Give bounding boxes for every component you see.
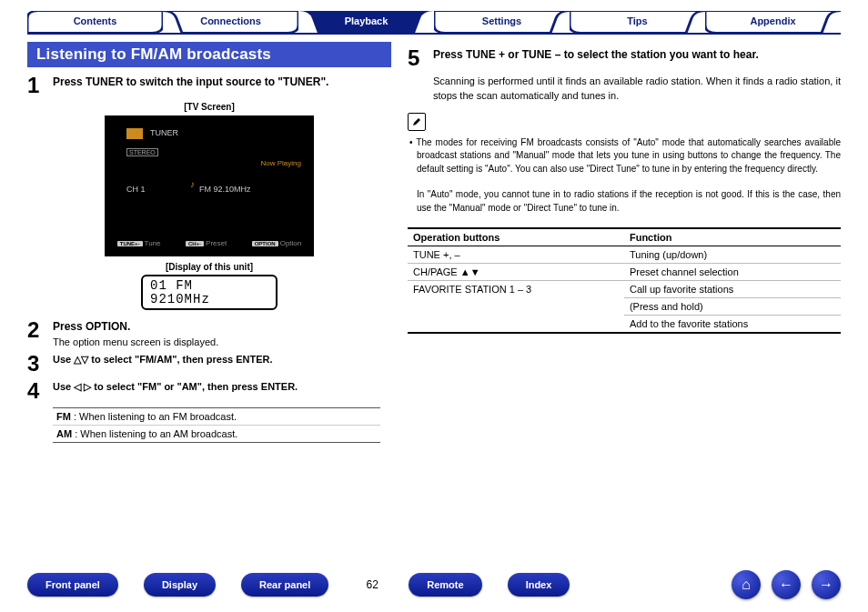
front-panel-button[interactable]: Front panel (27, 573, 118, 597)
top-nav: Contents Connections Playback Settings T… (27, 11, 841, 35)
tab-appendix[interactable]: Appendix (705, 11, 841, 33)
step-number: 1 (27, 75, 44, 96)
tv-foot-option: OPTIONOption (252, 239, 302, 247)
step-number: 4 (27, 380, 44, 402)
step-number: 5 (408, 47, 424, 69)
lcd-line2: 9210MHz (150, 293, 268, 306)
tv-screen-preview: TUNER STEREO Now Playing CH 1 ♪ FM 92.10… (105, 115, 314, 256)
opt-cell: (Press and hold) (624, 298, 841, 316)
step-title: Press TUNE + or TUNE – to select the sta… (433, 47, 841, 63)
opt-header-function: Function (624, 228, 841, 246)
display-button[interactable]: Display (144, 573, 216, 597)
tab-label: Appendix (750, 15, 795, 26)
opt-cell: Add to the favorite stations (624, 316, 841, 334)
step-title: Press OPTION. (53, 319, 391, 335)
index-button[interactable]: Index (508, 573, 570, 597)
footer-bar: Front panel Display Rear panel 62 Remote… (27, 570, 841, 599)
tab-connections[interactable]: Connections (163, 11, 298, 33)
step-title: Use ◁ ▷ to select "FM" or "AM", then pre… (53, 380, 391, 394)
opt-header-buttons: Operation buttons (408, 228, 624, 246)
tuner-icon (126, 128, 143, 139)
tab-settings[interactable]: Settings (434, 11, 570, 33)
prev-page-icon[interactable]: ← (772, 570, 801, 599)
tab-tips[interactable]: Tips (570, 11, 705, 33)
tab-label: Tips (627, 15, 647, 26)
opt-cell: CH/PAGE ▲▼ (408, 264, 624, 281)
step-1: 1 Press TUNER to switch the input source… (27, 75, 391, 96)
home-icon[interactable]: ⌂ (732, 570, 761, 599)
tv-frequency: FM 92.10MHz (199, 185, 251, 194)
operation-table: Operation buttonsFunction TUNE +, –Tunin… (408, 227, 841, 334)
next-page-icon[interactable]: → (812, 570, 841, 599)
opt-cell: Tuning (up/down) (624, 246, 841, 264)
tv-screen-label: [TV Screen] (27, 102, 391, 112)
am-row: AM : When listening to an AM broadcast. (53, 426, 380, 442)
tab-label: Playback (345, 15, 389, 26)
step-number: 3 (27, 353, 44, 375)
lcd-line1: 01 FM (150, 279, 268, 293)
fm-row: FM : When listening to an FM broadcast. (53, 408, 380, 426)
tv-now-playing: Now Playing (261, 159, 301, 167)
step-number: 2 (27, 319, 44, 347)
rear-panel-button[interactable]: Rear panel (241, 573, 328, 597)
opt-cell: TUNE +, – (408, 246, 624, 264)
opt-cell: Preset channel selection (624, 264, 841, 281)
step-desc: The option menu screen is displayed. (53, 336, 391, 347)
fm-am-table: FM : When listening to an FM broadcast. … (53, 407, 380, 443)
unit-display-label: [Display of this unit] (27, 262, 391, 272)
tab-playback[interactable]: Playback (298, 11, 434, 33)
note-bullet-1: • The modes for receiving FM broadcasts … (408, 136, 841, 176)
step-5: 5 Press TUNE + or TUNE – to select the s… (408, 47, 841, 69)
unit-lcd: 01 FM 9210MHz (141, 275, 278, 310)
step-2: 2 Press OPTION. The option menu screen i… (27, 319, 391, 347)
tv-foot-tune: TUNE+-Tune (117, 239, 161, 247)
step-3: 3 Use △▽ to select "FM/AM", then press E… (27, 353, 391, 375)
page-number: 62 (354, 578, 390, 591)
tab-label: Connections (200, 15, 261, 26)
tv-tuner-text: TUNER (150, 128, 178, 137)
note-bullet-2: In "Auto" mode, you cannot tune in to ra… (408, 188, 841, 215)
scan-description: Scanning is performed until it finds an … (433, 75, 841, 104)
note-icon (408, 113, 426, 131)
tv-antenna-icon: ♪ (190, 179, 195, 189)
step-4: 4 Use ◁ ▷ to select "FM" or "AM", then p… (27, 380, 391, 402)
tv-foot-preset: CH+-Preset (186, 239, 227, 247)
remote-button[interactable]: Remote (409, 573, 481, 597)
tv-channel: CH 1 (126, 185, 146, 194)
opt-cell: FAVORITE STATION 1 – 3 (408, 281, 624, 334)
tab-label: Contents (74, 15, 117, 26)
section-heading: Listening to FM/AM broadcasts (27, 42, 391, 67)
tab-label: Settings (482, 15, 521, 26)
step-title: Press TUNER to switch the input source t… (53, 75, 391, 90)
step-title: Use △▽ to select "FM/AM", then press ENT… (53, 353, 391, 366)
tab-contents[interactable]: Contents (27, 11, 163, 33)
tv-stereo-badge: STEREO (126, 148, 158, 156)
opt-cell: Call up favorite stations (624, 281, 841, 298)
